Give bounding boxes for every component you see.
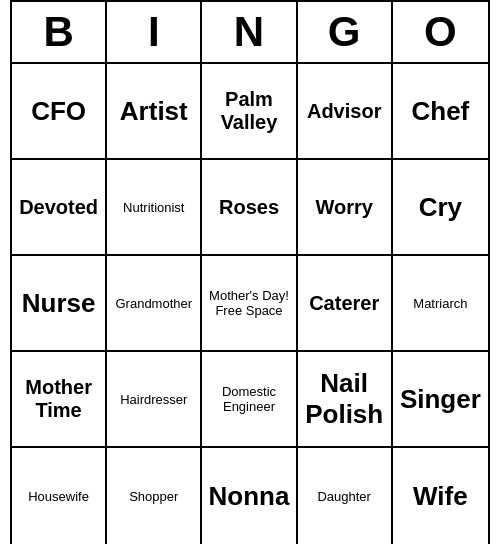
bingo-cell: Palm Valley xyxy=(202,64,297,160)
bingo-cell: Daughter xyxy=(298,448,393,544)
bingo-cell: Wife xyxy=(393,448,488,544)
bingo-header: BINGO xyxy=(12,2,488,64)
header-letter: O xyxy=(393,2,488,62)
header-letter: G xyxy=(298,2,393,62)
bingo-cell: Advisor xyxy=(298,64,393,160)
bingo-cell: Nonna xyxy=(202,448,297,544)
bingo-cell: Hairdresser xyxy=(107,352,202,448)
bingo-cell: Cry xyxy=(393,160,488,256)
bingo-cell: Matriarch xyxy=(393,256,488,352)
bingo-cell: Artist xyxy=(107,64,202,160)
bingo-cell: Grandmother xyxy=(107,256,202,352)
bingo-cell: Mother Time xyxy=(12,352,107,448)
header-letter: B xyxy=(12,2,107,62)
bingo-cell: Caterer xyxy=(298,256,393,352)
header-letter: I xyxy=(107,2,202,62)
bingo-cell: Devoted xyxy=(12,160,107,256)
bingo-cell: CFO xyxy=(12,64,107,160)
bingo-grid: CFOArtistPalm ValleyAdvisorChefDevotedNu… xyxy=(12,64,488,544)
bingo-cell: Nail Polish xyxy=(298,352,393,448)
bingo-cell: Nutritionist xyxy=(107,160,202,256)
bingo-cell: Domestic Engineer xyxy=(202,352,297,448)
bingo-cell: Housewife xyxy=(12,448,107,544)
bingo-cell: Singer xyxy=(393,352,488,448)
bingo-cell: Shopper xyxy=(107,448,202,544)
bingo-cell: Chef xyxy=(393,64,488,160)
bingo-cell: Mother's Day! Free Space xyxy=(202,256,297,352)
bingo-card: BINGO CFOArtistPalm ValleyAdvisorChefDev… xyxy=(10,0,490,544)
header-letter: N xyxy=(202,2,297,62)
bingo-cell: Roses xyxy=(202,160,297,256)
bingo-cell: Worry xyxy=(298,160,393,256)
bingo-cell: Nurse xyxy=(12,256,107,352)
